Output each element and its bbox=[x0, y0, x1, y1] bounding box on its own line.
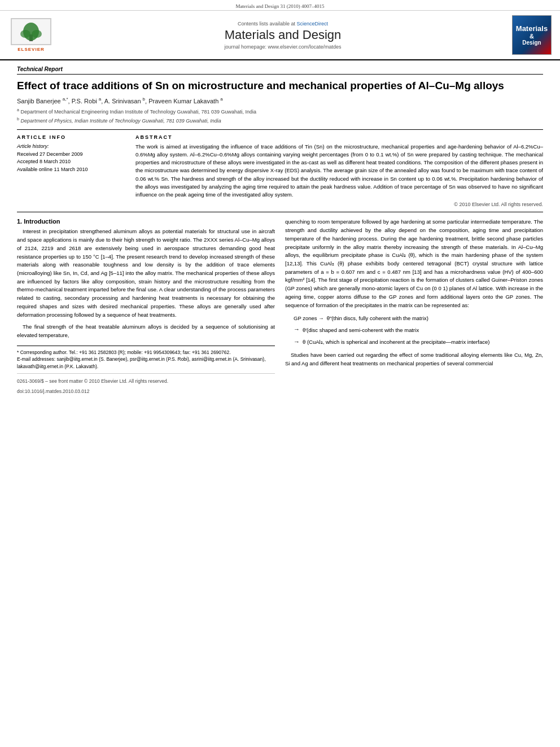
formula-arrow-2: → bbox=[294, 324, 300, 335]
paper-title: Effect of trace additions of Sn on micro… bbox=[17, 79, 543, 93]
authors-line: Sanjib Banerjee a,*, P.S. Robi a, A. Sri… bbox=[17, 97, 543, 105]
logo-materials: Materials bbox=[516, 24, 548, 33]
main-content: Technical Report Effect of trace additio… bbox=[0, 60, 560, 400]
doi-text: doi:10.1016/j.matdes.2010.03.012 bbox=[17, 388, 90, 394]
body-right-col: quenching to room temperature followed b… bbox=[285, 218, 543, 394]
formula-gp: GP zones → bbox=[294, 313, 324, 323]
article-info-title: ARTICLE INFO bbox=[17, 134, 124, 140]
footer-bottom: 0261-3069/$ – see front matter © 2010 El… bbox=[17, 378, 275, 384]
journal-logo-area: Materials & Design bbox=[509, 15, 554, 55]
formula-arrow-3: → bbox=[294, 337, 300, 348]
abstract-panel: ABSTRACT The work is aimed at investigat… bbox=[135, 134, 543, 208]
journal-homepage: journal homepage: www.elsevier.com/locat… bbox=[224, 44, 341, 50]
elsevier-box bbox=[11, 18, 51, 45]
logo-design: Design bbox=[522, 40, 541, 46]
body-left-col: 1. Introduction Interest in precipitatio… bbox=[17, 218, 275, 394]
article-history-label: Article history: bbox=[17, 143, 124, 149]
formula-theta-prime-prime: θ″(thin discs, fully coherent with the m… bbox=[327, 313, 428, 323]
affiliation-a: a Department of Mechanical Engineering I… bbox=[17, 107, 543, 116]
contents-label: Contents lists available at bbox=[238, 21, 295, 27]
elsevier-logo-area: ELSEVIER bbox=[6, 15, 56, 55]
abstract-title: ABSTRACT bbox=[135, 134, 543, 140]
precipitation-formula: GP zones → θ″(thin discs, fully coherent… bbox=[294, 313, 543, 348]
right-para2: Studies have been carried out regarding … bbox=[285, 351, 543, 368]
svg-point-2 bbox=[20, 30, 30, 38]
intro-para1: Interest in precipitation strengthened a… bbox=[17, 228, 275, 319]
online-date: Available online 11 March 2010 bbox=[17, 166, 124, 174]
doi-line: doi:10.1016/j.matdes.2010.03.012 bbox=[17, 388, 275, 394]
right-para1: quenching to room temperature followed b… bbox=[285, 218, 543, 309]
journal-meta: Materials and Design 31 (2010) 4007–4015 bbox=[0, 0, 560, 11]
journal-header: ELSEVIER Contents lists available at Sci… bbox=[0, 11, 560, 60]
sciencedirect-link[interactable]: ScienceDirect bbox=[297, 21, 329, 27]
footer-divider bbox=[17, 373, 275, 374]
abstract-text: The work is aimed at investigating the i… bbox=[135, 143, 543, 199]
corresponding-author-note: * Corresponding author. Tel.: +91 361 25… bbox=[17, 349, 275, 356]
svg-point-3 bbox=[32, 30, 42, 38]
article-info-panel: ARTICLE INFO Article history: Received 2… bbox=[17, 134, 124, 208]
accepted-date: Accepted 8 March 2010 bbox=[17, 158, 124, 166]
article-dates: Received 27 December 2009 Accepted 8 Mar… bbox=[17, 151, 124, 174]
received-date: Received 27 December 2009 bbox=[17, 151, 124, 159]
journal-logo-box: Materials & Design bbox=[512, 15, 552, 55]
copyright-line: © 2010 Elsevier Ltd. All rights reserved… bbox=[135, 202, 543, 207]
issn-note: 0261-3069/$ – see front matter © 2010 El… bbox=[17, 378, 168, 384]
sciencedirect-line: Contents lists available at ScienceDirec… bbox=[238, 21, 328, 27]
footnotes-section: * Corresponding author. Tel.: +91 361 25… bbox=[17, 346, 275, 370]
logo-ampersand: & bbox=[530, 33, 534, 40]
formula-line-2: → θ′(disc shaped and semi-coherent with … bbox=[294, 324, 543, 335]
journal-title-area: Contents lists available at ScienceDirec… bbox=[62, 15, 504, 55]
email-note: E-mail addresses: sanjib@iitg.ernet.in (… bbox=[17, 356, 275, 370]
elsevier-tree-icon bbox=[14, 20, 48, 43]
body-two-col: 1. Introduction Interest in precipitatio… bbox=[17, 218, 543, 394]
intro-para2: The final strength of the heat treatable… bbox=[17, 323, 275, 339]
affiliation-b: b Department of Physics, Indian Institut… bbox=[17, 116, 543, 125]
authors-text: Sanjib Banerjee a,*, P.S. Robi a, A. Sri… bbox=[17, 98, 223, 104]
formula-line-3: → θ (CuAl₂, which is spherical and incoh… bbox=[294, 337, 543, 348]
journal-title-big: Materials and Design bbox=[225, 28, 342, 42]
formula-line-1: GP zones → θ″(thin discs, fully coherent… bbox=[294, 313, 543, 323]
journal-ref: Materials and Design 31 (2010) 4007–4015 bbox=[235, 3, 324, 9]
elsevier-text: ELSEVIER bbox=[18, 47, 45, 52]
formula-theta-prime: θ′(disc shaped and semi-coherent with th… bbox=[303, 325, 419, 335]
elsevier-logo: ELSEVIER bbox=[11, 18, 51, 52]
intro-section-title: 1. Introduction bbox=[17, 218, 275, 225]
page: Materials and Design 31 (2010) 4007–4015… bbox=[0, 0, 560, 747]
affiliations: a Department of Mechanical Engineering I… bbox=[17, 107, 543, 124]
article-info-abstract: ARTICLE INFO Article history: Received 2… bbox=[17, 129, 543, 213]
formula-theta: θ (CuAl₂, which is spherical and incoher… bbox=[303, 337, 489, 347]
article-type-label: Technical Report bbox=[17, 66, 543, 75]
